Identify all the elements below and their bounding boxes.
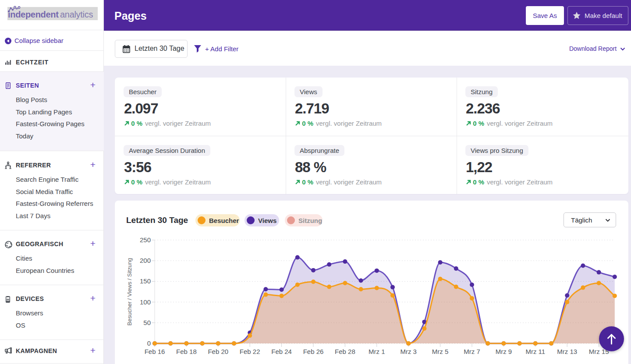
svg-text:Mrz 7: Mrz 7 [464,348,480,355]
svg-text:0: 0 [147,339,151,347]
svg-text:Mrz 1: Mrz 1 [369,348,385,355]
svg-text:Feb 22: Feb 22 [240,348,260,355]
svg-text:Mrz 3: Mrz 3 [400,348,417,355]
svg-text:Mrz 13: Mrz 13 [557,348,577,355]
svg-text:50: 50 [143,319,151,326]
svg-text:Feb 16: Feb 16 [145,348,165,355]
svg-text:Feb 18: Feb 18 [176,348,197,355]
svg-text:100: 100 [140,298,151,306]
svg-text:200: 200 [140,257,151,264]
svg-text:Mrz 9: Mrz 9 [496,348,512,355]
svg-text:Mrz 5: Mrz 5 [432,348,449,355]
svg-text:150: 150 [140,277,151,285]
svg-text:250: 250 [140,236,151,244]
svg-text:Feb 26: Feb 26 [303,348,324,355]
svg-text:Feb 24: Feb 24 [271,348,292,355]
svg-text:Besucher / Views / Sitzung: Besucher / Views / Sitzung [126,258,133,325]
svg-text:Feb 28: Feb 28 [335,348,355,355]
svg-text:Feb 20: Feb 20 [208,348,228,355]
svg-text:Mrz 11: Mrz 11 [525,348,545,355]
